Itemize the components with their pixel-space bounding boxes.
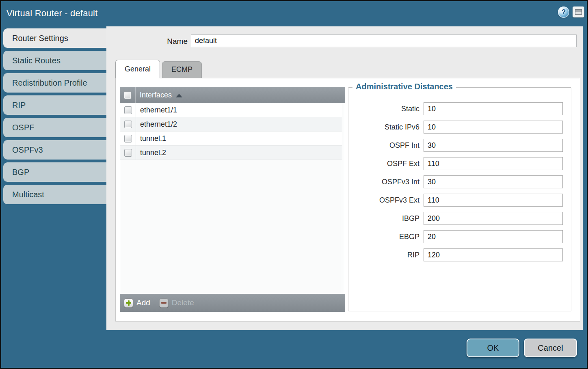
sidebar-item-multicast[interactable]: Multicast	[3, 185, 106, 204]
row-checkbox-cell	[120, 117, 136, 132]
table-scrollbar-track[interactable]	[342, 103, 345, 294]
header-checkbox-cell	[120, 87, 136, 103]
row-checkbox-cell	[120, 146, 136, 160]
interfaces-column-header[interactable]: Interfaces	[120, 87, 345, 103]
plus-icon	[124, 298, 133, 308]
table-row[interactable]: ethernet1/1	[120, 103, 342, 117]
sidebar: Router Settings Static Routes Redistribu…	[3, 28, 106, 204]
administrative-distances-fieldset: Administrative Distances Static Static I…	[348, 87, 571, 311]
table-row[interactable]: ethernet1/2	[120, 117, 342, 132]
window-restore-icon[interactable]	[573, 6, 584, 17]
sidebar-item-label: OSPF	[12, 123, 34, 132]
sidebar-item-label: RIP	[12, 101, 26, 110]
ospfv3-ext-distance-input[interactable]	[424, 194, 563, 207]
sidebar-item-label: OSPFv3	[12, 145, 43, 154]
minus-icon	[159, 298, 169, 308]
interfaces-table: Interfaces ethernet1/1 ethernet1/2	[120, 87, 345, 312]
row-checkbox[interactable]	[124, 106, 132, 114]
row-checkbox[interactable]	[124, 135, 132, 142]
name-input[interactable]	[191, 35, 577, 47]
row-checkbox-cell	[120, 132, 136, 146]
sidebar-item-rip[interactable]: RIP	[3, 95, 106, 115]
field-label: OSPF Int	[348, 141, 424, 150]
cancel-button[interactable]: Cancel	[524, 339, 577, 357]
ospf-ext-distance-input[interactable]	[424, 157, 563, 170]
ospfv3-int-distance-input[interactable]	[424, 175, 563, 188]
sidebar-item-bgp[interactable]: BGP	[3, 162, 106, 182]
sidebar-item-label: Redistribution Profile	[12, 78, 87, 87]
table-row[interactable]: tunnel.1	[120, 132, 342, 146]
select-all-checkbox[interactable]	[124, 91, 132, 99]
ospf-int-distance-input[interactable]	[424, 139, 563, 152]
sidebar-item-ospfv3[interactable]: OSPFv3	[3, 140, 106, 160]
tab-label: General	[125, 65, 151, 73]
sidebar-item-label: Router Settings	[12, 34, 68, 43]
row-checkbox[interactable]	[124, 121, 132, 128]
tab-label: ECMP	[171, 65, 192, 73]
dialog-titlebar: Virtual Router - default ?	[1, 1, 587, 26]
interfaces-header-label: Interfaces	[140, 91, 172, 99]
sidebar-item-static-routes[interactable]: Static Routes	[3, 51, 106, 70]
sidebar-item-router-settings[interactable]: Router Settings	[3, 28, 106, 48]
field-label: IBGP	[348, 214, 424, 223]
field-label: Static IPv6	[348, 123, 424, 132]
sort-ascending-icon	[176, 94, 182, 97]
field-row-static-ipv6: Static IPv6	[348, 121, 571, 134]
sidebar-item-label: Static Routes	[12, 56, 61, 65]
interface-name: tunnel.2	[140, 149, 166, 157]
interface-name: tunnel.1	[140, 134, 166, 143]
general-tab-panel: Interfaces ethernet1/1 ethernet1/2	[115, 78, 580, 322]
ebgp-distance-input[interactable]	[424, 230, 563, 243]
field-row-ebgp: EBGP	[348, 230, 571, 243]
cancel-button-label: Cancel	[538, 343, 563, 353]
window-pane	[575, 9, 582, 15]
field-label: Static	[348, 105, 424, 113]
administrative-distances-fields: Static Static IPv6 OSPF Int OSPF Ext	[348, 102, 571, 267]
field-label: RIP	[348, 251, 424, 259]
ok-button[interactable]: OK	[467, 339, 519, 357]
name-field-label: Name	[143, 37, 188, 46]
field-label: OSPFv3 Int	[348, 178, 424, 186]
add-button-label: Add	[136, 298, 150, 307]
ok-button-label: OK	[487, 343, 499, 353]
table-row[interactable]: tunnel.2	[120, 146, 342, 160]
rip-distance-input[interactable]	[424, 248, 563, 261]
row-checkbox-cell	[120, 103, 136, 117]
field-label: EBGP	[348, 233, 424, 241]
window-pane-titlebar	[575, 10, 582, 12]
sidebar-item-redistribution-profile[interactable]: Redistribution Profile	[3, 73, 106, 93]
delete-button[interactable]: Delete	[159, 298, 194, 308]
field-row-ospfv3-ext: OSPFv3 Ext	[348, 194, 571, 207]
field-row-ospf-int: OSPF Int	[348, 139, 571, 152]
interface-name: ethernet1/2	[140, 120, 177, 129]
table-footer-toolbar: Add Delete	[120, 294, 345, 312]
administrative-distances-legend: Administrative Distances	[352, 82, 456, 91]
field-row-rip: RIP	[348, 248, 571, 261]
sidebar-item-label: Multicast	[12, 190, 44, 199]
field-row-ospfv3-int: OSPFv3 Int	[348, 175, 571, 188]
dialog-title: Virtual Router - default	[6, 1, 98, 26]
field-label: OSPFv3 Ext	[348, 196, 424, 205]
sidebar-item-label: BGP	[12, 168, 29, 177]
static-ipv6-distance-input[interactable]	[424, 121, 563, 134]
ibgp-distance-input[interactable]	[424, 212, 563, 225]
field-row-static: Static	[348, 102, 571, 115]
help-glyph: ?	[562, 8, 566, 16]
tab-ecmp[interactable]: ECMP	[162, 61, 202, 78]
field-label: OSPF Ext	[348, 160, 424, 168]
delete-button-label: Delete	[172, 298, 194, 307]
interface-name: ethernet1/1	[140, 106, 177, 114]
row-checkbox[interactable]	[124, 149, 132, 157]
field-row-ospf-ext: OSPF Ext	[348, 157, 571, 170]
add-button[interactable]: Add	[124, 298, 150, 308]
content-panel: Name General ECMP Interfaces	[106, 26, 583, 330]
static-distance-input[interactable]	[424, 102, 563, 115]
sidebar-item-ospf[interactable]: OSPF	[3, 118, 106, 137]
help-icon[interactable]: ?	[558, 6, 569, 18]
virtual-router-dialog: Virtual Router - default ? Router Settin…	[0, 0, 588, 369]
tab-general[interactable]: General	[115, 60, 160, 78]
field-row-ibgp: IBGP	[348, 212, 571, 225]
